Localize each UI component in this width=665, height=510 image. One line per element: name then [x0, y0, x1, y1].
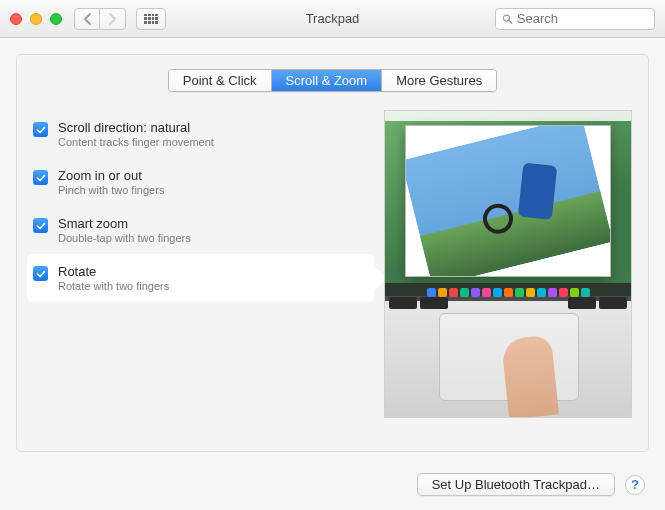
- options-list: Scroll direction: naturalContent tracks …: [27, 110, 374, 418]
- option-title: Rotate: [58, 264, 169, 279]
- grid-icon: [144, 14, 158, 24]
- help-button[interactable]: ?: [625, 475, 645, 495]
- option-subtitle: Double-tap with two fingers: [58, 232, 191, 244]
- forward-button[interactable]: [100, 8, 126, 30]
- titlebar: Trackpad: [0, 0, 665, 38]
- search-icon: [502, 13, 513, 25]
- option-title: Scroll direction: natural: [58, 120, 214, 135]
- tab-point-click[interactable]: Point & Click: [169, 70, 272, 91]
- gesture-preview: [384, 110, 632, 418]
- zoom-icon[interactable]: [50, 13, 62, 25]
- option-rotate[interactable]: RotateRotate with two fingers: [27, 254, 374, 302]
- tab-bar: Point & ClickScroll & ZoomMore Gestures: [168, 69, 497, 92]
- window-controls: [10, 13, 62, 25]
- close-icon[interactable]: [10, 13, 22, 25]
- option-subtitle: Content tracks finger movement: [58, 136, 214, 148]
- setup-bluetooth-button[interactable]: Set Up Bluetooth Trackpad…: [417, 473, 615, 496]
- search-input[interactable]: [517, 11, 648, 26]
- checkbox[interactable]: [33, 266, 48, 281]
- checkbox[interactable]: [33, 218, 48, 233]
- option-smart-zoom[interactable]: Smart zoomDouble-tap with two fingers: [27, 206, 374, 254]
- preferences-panel: Point & ClickScroll & ZoomMore Gestures …: [16, 54, 649, 452]
- back-button[interactable]: [74, 8, 100, 30]
- minimize-icon[interactable]: [30, 13, 42, 25]
- show-all-button[interactable]: [136, 8, 166, 30]
- option-title: Smart zoom: [58, 216, 191, 231]
- footer: Set Up Bluetooth Trackpad… ?: [417, 473, 645, 496]
- tab-more-gestures[interactable]: More Gestures: [382, 70, 496, 91]
- option-subtitle: Rotate with two fingers: [58, 280, 169, 292]
- option-title: Zoom in or out: [58, 168, 164, 183]
- option-subtitle: Pinch with two fingers: [58, 184, 164, 196]
- svg-line-1: [509, 20, 512, 23]
- option-zoom-in-or-out[interactable]: Zoom in or outPinch with two fingers: [27, 158, 374, 206]
- search-field[interactable]: [495, 8, 655, 30]
- checkbox[interactable]: [33, 170, 48, 185]
- nav-buttons: [74, 8, 126, 30]
- tab-scroll-zoom[interactable]: Scroll & Zoom: [272, 70, 383, 91]
- option-scroll-direction-natural[interactable]: Scroll direction: naturalContent tracks …: [27, 110, 374, 158]
- checkbox[interactable]: [33, 122, 48, 137]
